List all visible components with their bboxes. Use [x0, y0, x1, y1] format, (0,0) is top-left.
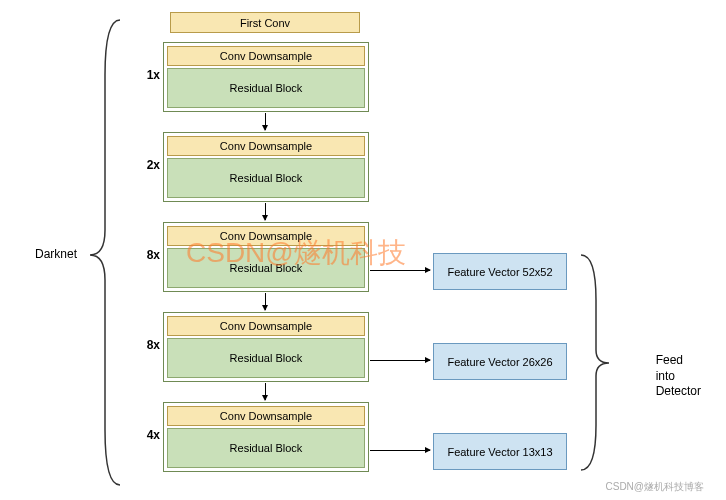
watermark-footer: CSDN@燧机科技博客 — [606, 480, 705, 494]
mult-4x: 4x — [130, 428, 160, 442]
feed-detector-label: Feed into Detector — [656, 353, 701, 400]
first-conv-box: First Conv — [170, 12, 360, 33]
residual-block-1: Residual Block — [167, 68, 365, 108]
arrow-right-5-icon — [370, 450, 430, 451]
mult-8x-b: 8x — [130, 338, 160, 352]
conv-downsample-2: Conv Downsample — [167, 136, 365, 156]
arrow-down-4-icon — [265, 383, 266, 400]
arrow-right-3-icon — [370, 270, 430, 271]
residual-block-3: Residual Block — [167, 248, 365, 288]
mult-1x: 1x — [130, 68, 160, 82]
residual-block-5: Residual Block — [167, 428, 365, 468]
arrow-down-3-icon — [265, 293, 266, 310]
mult-8x-a: 8x — [130, 248, 160, 262]
block-4: Conv Downsample Residual Block — [163, 312, 369, 382]
block-2: Conv Downsample Residual Block — [163, 132, 369, 202]
arrow-down-2-icon — [265, 203, 266, 220]
left-brace — [80, 15, 130, 490]
darknet-label: Darknet — [35, 247, 77, 261]
residual-block-2: Residual Block — [167, 158, 365, 198]
block-1: Conv Downsample Residual Block — [163, 42, 369, 112]
feature-vector-52: Feature Vector 52x52 — [433, 253, 567, 290]
arrow-down-1-icon — [265, 113, 266, 130]
block-3: Conv Downsample Residual Block — [163, 222, 369, 292]
residual-block-4: Residual Block — [167, 338, 365, 378]
arrow-right-4-icon — [370, 360, 430, 361]
conv-downsample-5: Conv Downsample — [167, 406, 365, 426]
conv-downsample-3: Conv Downsample — [167, 226, 365, 246]
conv-downsample-4: Conv Downsample — [167, 316, 365, 336]
feature-vector-26: Feature Vector 26x26 — [433, 343, 567, 380]
conv-downsample-1: Conv Downsample — [167, 46, 365, 66]
feature-vector-13: Feature Vector 13x13 — [433, 433, 567, 470]
right-brace — [573, 250, 623, 475]
mult-2x: 2x — [130, 158, 160, 172]
block-5: Conv Downsample Residual Block — [163, 402, 369, 472]
